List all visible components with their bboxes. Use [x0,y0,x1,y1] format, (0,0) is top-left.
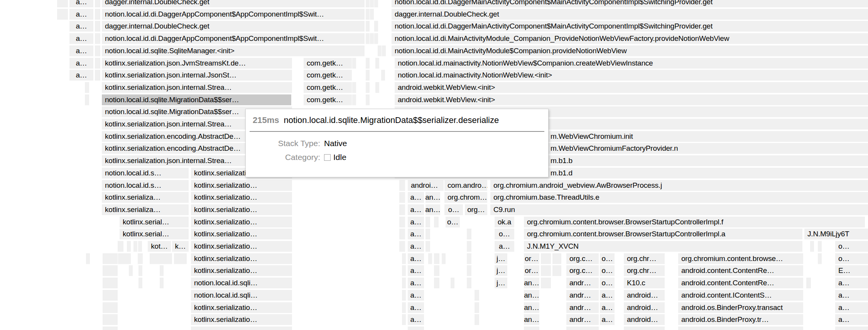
flame-frame[interactable]: notion.local.id.sqlite.SqliteManager.<in… [102,45,365,56]
flame-frame[interactable] [434,265,439,276]
flame-frame[interactable] [434,278,439,288]
flame-frame[interactable]: a… [600,314,615,325]
flame-frame[interactable] [366,33,370,44]
flame-frame[interactable] [399,229,405,239]
flame-frame[interactable] [103,314,118,325]
flame-frame[interactable] [370,33,374,44]
flame-frame[interactable]: org.chromium.content.browser.BrowserStar… [524,217,865,227]
flame-frame[interactable]: org.c… [566,265,599,276]
flame-frame[interactable]: android.os.BinderProxy.tr… [678,314,803,325]
flame-frame[interactable] [402,278,406,288]
flame-frame[interactable]: notion.local.id.s… [102,180,189,191]
flame-frame[interactable] [95,9,100,20]
flame-frame[interactable]: k… [172,241,189,252]
flame-frame[interactable]: o… [446,217,460,227]
flame-frame[interactable]: kotlinx.serialization.json.internal.Stre… [102,82,292,93]
flame-frame[interactable] [374,0,378,7]
flame-frame[interactable] [426,241,430,252]
flame-frame[interactable] [375,58,379,69]
flame-frame[interactable]: kotlinx.serialization.json.internal.Json… [102,70,292,81]
flame-frame[interactable]: notion.local.id.di.DaggerAppComponent$Ap… [102,9,365,20]
flame-frame[interactable]: kotlinx.serializatio… [191,192,292,203]
flame-frame[interactable] [160,265,164,276]
flame-frame[interactable] [366,82,370,93]
flame-frame[interactable]: com.getk… [304,58,352,69]
flame-frame[interactable] [399,217,405,227]
flame-frame[interactable]: J.N.M9iLjy6T [804,229,868,239]
flame-frame[interactable]: kotlinx.serializa… [102,204,189,215]
flame-frame[interactable]: o… [600,265,615,276]
flame-frame[interactable] [475,290,479,301]
flame-frame[interactable]: a… [408,265,424,276]
flame-frame[interactable]: notion.local.id.di.MainActivityModule$Co… [392,45,868,56]
flame-frame[interactable] [402,253,406,264]
flame-frame[interactable] [129,265,133,276]
flame-frame[interactable] [467,241,471,252]
flame-frame[interactable]: andr… [566,290,599,301]
flame-frame[interactable]: a… [69,70,93,81]
flame-frame[interactable]: notion.local.id.mainactivity.NotionWebVi… [395,58,868,69]
flame-frame[interactable]: kotlinx.serializatio… [191,265,292,276]
flame-frame[interactable] [95,70,100,81]
flame-frame[interactable] [467,265,471,276]
flame-frame[interactable]: or… [524,265,539,276]
flame-frame[interactable]: o… [600,253,615,264]
flame-frame[interactable]: android.content.IContentS… [678,290,803,301]
flame-frame[interactable]: notion.local.id.di.DaggerMainActivityCom… [392,21,868,32]
flame-frame[interactable]: dagger.internal.DoubleCheck.get [102,0,365,7]
flame-frame[interactable]: android.content.ContentRe… [678,278,803,288]
flame-frame[interactable]: a… [835,302,868,313]
flame-frame[interactable]: notion.local.id.s… [102,168,189,178]
flame-frame[interactable] [160,278,164,288]
flame-frame[interactable] [524,327,539,330]
flame-frame[interactable]: com.getk… [304,82,352,93]
flame-frame[interactable]: android… [624,314,665,325]
flame-frame[interactable]: a… [835,290,868,301]
flame-frame[interactable]: a… [408,229,424,239]
flame-frame[interactable] [541,278,551,288]
flame-frame[interactable]: org.chromium.android_webview.AwBrowserPr… [490,180,868,191]
flame-frame[interactable] [806,278,811,288]
flame-frame[interactable]: dagger.internal.DoubleCheck.get [392,9,868,20]
flame-frame[interactable] [399,192,405,203]
flame-frame[interactable]: kotlinx.serializatio… [191,253,292,264]
flame-frame[interactable] [370,0,374,7]
flame-frame[interactable] [475,314,479,325]
flame-frame[interactable] [118,253,131,264]
flame-frame[interactable] [103,253,118,264]
flame-frame[interactable] [133,241,137,252]
flame-frame[interactable] [835,327,868,330]
flame-frame[interactable]: a… [408,241,424,252]
flame-frame[interactable] [352,58,356,69]
flame-frame[interactable]: android… [624,302,665,313]
flame-frame[interactable] [138,253,143,264]
flame-frame[interactable]: a… [69,58,93,69]
flame-frame[interactable] [375,82,379,93]
flame-frame[interactable] [381,70,385,81]
flame-frame[interactable]: dagger.internal.DoubleCheck.get [102,21,365,32]
flame-frame[interactable] [366,0,370,7]
flame-frame[interactable]: kotlinx.serializa… [102,192,189,203]
flame-frame[interactable] [95,21,100,32]
flame-frame[interactable]: notion.local.id.di.DaggerAppComponent$Ap… [102,33,365,44]
flame-frame[interactable]: com.getk… [304,70,352,81]
flame-frame[interactable] [352,82,356,93]
flame-frame[interactable] [382,45,386,56]
flame-frame[interactable]: o… [835,253,868,264]
flame-frame[interactable] [428,253,432,264]
flame-frame[interactable] [86,253,90,264]
flame-frame[interactable]: o… [495,229,514,239]
flame-frame[interactable]: a… [69,45,93,56]
flame-frame[interactable]: a… [69,0,93,7]
flame-frame[interactable]: kotlinx.serializatio… [191,314,292,325]
flame-frame[interactable] [442,253,446,264]
flame-frame[interactable] [678,327,803,330]
flame-frame[interactable] [408,327,424,330]
flame-frame[interactable]: j… [495,278,507,288]
flame-frame[interactable] [191,327,292,330]
flame-frame[interactable]: notion.local.id.sqli… [191,278,292,288]
flame-frame[interactable]: a… [600,302,615,313]
flame-frame[interactable] [374,33,378,44]
flame-frame[interactable]: kotlinx.serializatio… [191,241,292,252]
flame-frame[interactable] [374,21,378,32]
